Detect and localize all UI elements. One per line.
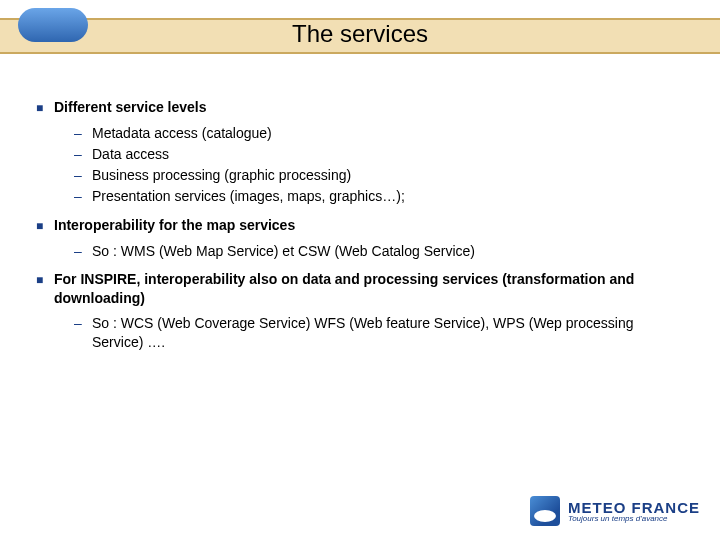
list-item: –So : WCS (Web Coverage Service) WFS (We… (74, 314, 684, 352)
meteo-france-logo-icon (530, 496, 560, 526)
logo-text: METEO FRANCE Toujours un temps d'avance (568, 500, 700, 523)
logo-tagline: Toujours un temps d'avance (568, 515, 700, 523)
section-heading: ■ Interoperability for the map services (36, 216, 684, 236)
section-heading-text: Different service levels (54, 98, 207, 118)
logo-name: METEO FRANCE (568, 500, 700, 515)
list-item: –Metadata access (catalogue) (74, 124, 684, 143)
footer-logo: METEO FRANCE Toujours un temps d'avance (530, 496, 700, 526)
list-item-text: Data access (92, 145, 169, 164)
dash-icon: – (74, 242, 92, 261)
list-item: –So : WMS (Web Map Service) et CSW (Web … (74, 242, 684, 261)
dash-icon: – (74, 166, 92, 185)
section-heading: ■ Different service levels (36, 98, 684, 118)
list-item-text: So : WCS (Web Coverage Service) WFS (Web… (92, 314, 684, 352)
list-item-text: Presentation services (images, maps, gra… (92, 187, 405, 206)
list-item-text: Business processing (graphic processing) (92, 166, 351, 185)
square-bullet-icon: ■ (36, 216, 54, 236)
square-bullet-icon: ■ (36, 270, 54, 308)
section-heading-text: Interoperability for the map services (54, 216, 295, 236)
slide: The services ■ Different service levels … (0, 0, 720, 540)
list-item-text: Metadata access (catalogue) (92, 124, 272, 143)
dash-icon: – (74, 314, 92, 352)
title-bar: The services (0, 0, 720, 60)
slide-body: ■ Different service levels –Metadata acc… (0, 60, 720, 352)
square-bullet-icon: ■ (36, 98, 54, 118)
dash-icon: – (74, 124, 92, 143)
slide-title: The services (0, 20, 720, 48)
list-item: –Business processing (graphic processing… (74, 166, 684, 185)
list-item-text: So : WMS (Web Map Service) et CSW (Web C… (92, 242, 475, 261)
dash-icon: – (74, 145, 92, 164)
section-heading: ■ For INSPIRE, interoperability also on … (36, 270, 684, 308)
list-item: –Data access (74, 145, 684, 164)
dash-icon: – (74, 187, 92, 206)
list-item: –Presentation services (images, maps, gr… (74, 187, 684, 206)
section-heading-text: For INSPIRE, interoperability also on da… (54, 270, 684, 308)
